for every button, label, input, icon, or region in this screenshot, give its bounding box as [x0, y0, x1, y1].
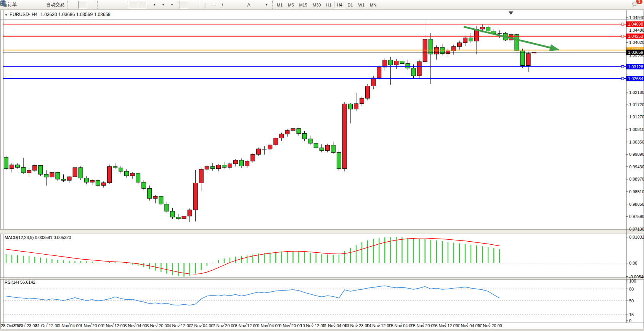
candle — [27, 170, 31, 173]
timeframe-M30[interactable]: M30 — [310, 1, 323, 9]
horizontal-line-button[interactable]: — — [209, 1, 218, 9]
chart-canvas[interactable]: 1.049401.044801.040201.035601.031001.026… — [0, 0, 644, 331]
candle — [251, 154, 255, 161]
sound-button[interactable] — [36, 1, 45, 9]
line-handle[interactable] — [622, 35, 624, 37]
candle — [61, 179, 66, 180]
candle — [406, 64, 410, 68]
templates-button[interactable]: ▾ — [167, 1, 176, 9]
text-label-button[interactable]: T — [253, 1, 262, 9]
bar-chart-button[interactable] — [69, 1, 78, 9]
zoom-out-button[interactable] — [108, 1, 117, 9]
macd-tick-label: 0.00 — [629, 261, 637, 265]
chart-shift-button[interactable] — [138, 1, 146, 9]
date-tick-label: 1 Nov 20:00 — [80, 323, 103, 328]
chart-ohlc-values: 1.03630 1.03686 1.03569 1.03659 — [40, 12, 111, 17]
periods-button[interactable]: ▾ — [159, 1, 167, 9]
candle — [188, 210, 192, 216]
auto-scroll-button[interactable] — [129, 1, 138, 9]
candle — [457, 43, 461, 47]
mt4-window: 新订单 自动交易 — [0, 0, 644, 331]
candle — [4, 157, 8, 169]
timeframe-M5[interactable]: M5 — [285, 1, 296, 9]
line-handle[interactable] — [622, 66, 624, 68]
price-tick-label: 0.97590 — [629, 214, 644, 219]
zoom-in-button[interactable] — [99, 1, 108, 9]
candle — [96, 180, 100, 185]
cursor-button[interactable] — [180, 1, 188, 9]
candle — [205, 166, 209, 169]
candle — [165, 204, 169, 211]
toolbar-separator — [127, 1, 127, 9]
vertical-line-button[interactable]: | — [201, 1, 209, 9]
dropdown-arrow-icon: ▾ — [171, 3, 173, 6]
line-handle[interactable] — [622, 78, 624, 80]
date-tick-label: 7 Nov 20:00 — [213, 323, 235, 328]
line-chart-button[interactable] — [87, 1, 96, 9]
toolbar-separator — [148, 1, 148, 9]
date-tick-label: 9 Nov 20:00 — [279, 323, 302, 328]
arrows-tool-button[interactable]: ▾ — [262, 1, 271, 9]
candle — [84, 178, 88, 182]
candle — [360, 98, 364, 103]
chart-background — [0, 10, 644, 331]
new-chart-button[interactable]: ▾ — [150, 1, 159, 9]
timeframe-M15[interactable]: M15 — [297, 1, 310, 9]
toolbar-separator — [178, 1, 178, 9]
window-bottom-edge — [0, 329, 644, 331]
candlestick-chart-button[interactable] — [78, 1, 87, 9]
candle — [389, 60, 393, 65]
publish-button[interactable] — [27, 1, 36, 9]
date-tick-label: 11 Nov 04:00 — [323, 323, 347, 328]
styler-button[interactable] — [18, 1, 27, 9]
autotrading-button[interactable]: 自动交易 — [45, 1, 66, 9]
line-handle[interactable] — [622, 23, 624, 25]
rsi-indicator-label: RSI(14) 56.6142 — [5, 280, 35, 284]
candle — [314, 143, 318, 148]
collapse-trade-panel-icon[interactable]: ▼ — [5, 13, 8, 17]
toolbar-separator — [199, 1, 199, 9]
search-button[interactable] — [623, 1, 631, 9]
candle — [394, 61, 398, 65]
pane-splitter[interactable] — [0, 278, 644, 279]
timeframe-W1[interactable]: W1 — [356, 1, 368, 9]
candle — [463, 38, 467, 43]
dropdown-arrow-icon: ▾ — [266, 3, 267, 6]
crosshair-button[interactable] — [188, 1, 197, 9]
timeframe-H1[interactable]: H1 — [323, 1, 334, 9]
date-tick-label: 17 Nov 04:00 — [455, 323, 480, 328]
text-icon: A — [247, 3, 250, 7]
rsi-tick-label: 15 — [629, 312, 634, 317]
candle — [371, 78, 376, 86]
timeframe-H4[interactable]: H4 — [334, 1, 345, 9]
candle — [291, 129, 295, 131]
candle — [125, 171, 129, 176]
candle — [331, 145, 335, 152]
toolbar-separator — [67, 1, 68, 9]
chat-bubble-icon — [631, 1, 638, 7]
timeframe-M1[interactable]: M1 — [274, 1, 285, 9]
candle — [210, 166, 215, 169]
bid-price-label: 1.03659 — [628, 50, 643, 55]
candle — [274, 138, 278, 145]
date-tick-label: 15 Nov 04:00 — [389, 323, 413, 328]
pane-splitter[interactable] — [0, 229, 644, 234]
trendline-button[interactable]: / — [218, 1, 227, 9]
candle — [486, 27, 490, 31]
candle — [342, 104, 347, 169]
date-tick-label: 7 Nov 04:00 — [191, 323, 213, 328]
timeframe-D1[interactable]: D1 — [345, 1, 356, 9]
candle — [21, 167, 26, 173]
price-tick-label: 0.97130 — [629, 227, 644, 231]
price-tick-label: 0.99430 — [629, 165, 644, 169]
text-button[interactable]: A — [244, 1, 253, 9]
equidistant-channel-button[interactable]: E — [227, 1, 236, 9]
macd-indicator-label: MACD(12,26,9) 0.003581 0.005320 — [5, 235, 71, 240]
tile-windows-button[interactable] — [117, 1, 125, 9]
fibonacci-button[interactable]: F — [236, 1, 244, 9]
timeframe-MN[interactable]: MN — [367, 1, 379, 9]
rsi-tick-label: 100 — [629, 279, 636, 283]
candle — [142, 182, 146, 188]
price-tick-label: 1.01270 — [629, 115, 644, 119]
candle — [302, 134, 307, 139]
